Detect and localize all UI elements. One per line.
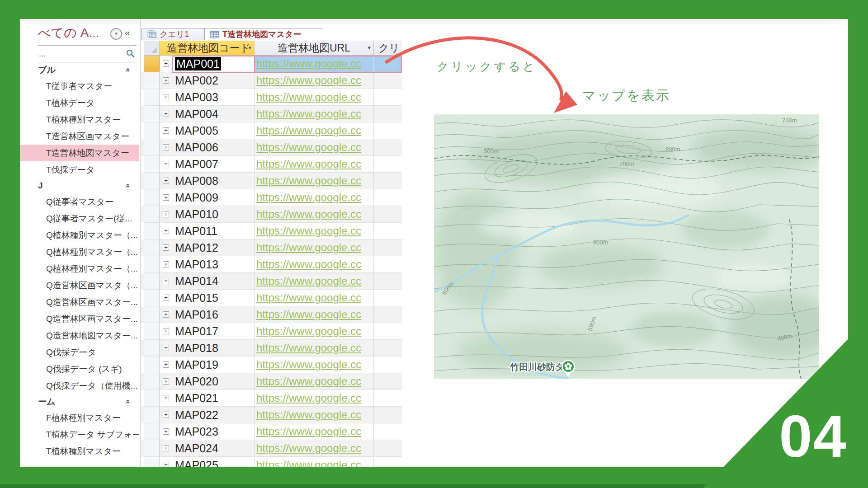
row-selector[interactable]: [144, 357, 160, 373]
expand-icon[interactable]: +: [163, 462, 169, 467]
column-dropdown-icon[interactable]: ▾: [368, 41, 371, 55]
table-row[interactable]: + MAP012 https://www.google.cc: [141, 239, 402, 256]
extra-cell[interactable]: [374, 440, 402, 457]
url-link[interactable]: https://www.google.cc: [256, 291, 361, 304]
row-selector[interactable]: [144, 457, 160, 467]
search-input[interactable]: [38, 46, 121, 62]
url-cell[interactable]: https://www.google.cc: [255, 223, 374, 239]
extra-cell[interactable]: [374, 206, 402, 223]
url-link[interactable]: https://www.google.cc: [256, 124, 361, 136]
row-selector[interactable]: [144, 156, 160, 173]
url-cell[interactable]: https://www.google.cc: [255, 206, 374, 223]
url-cell[interactable]: https://www.google.cc: [255, 139, 374, 156]
url-link[interactable]: https://www.google.cc: [256, 358, 361, 371]
nav-item[interactable]: Q伐採データ: [20, 344, 139, 361]
extra-cell[interactable]: [374, 189, 402, 206]
code-cell[interactable]: MAP014: [172, 273, 255, 290]
nav-item[interactable]: Q植林種別マスター（...: [20, 260, 139, 277]
url-link[interactable]: https://www.google.cc: [256, 91, 361, 103]
expand-icon[interactable]: +: [163, 161, 169, 167]
table-row-active[interactable]: + MAP001 https://www.google.cc: [141, 56, 402, 72]
extra-cell[interactable]: [374, 407, 402, 423]
tab-query1[interactable]: クエリ1: [142, 28, 205, 40]
expand-icon[interactable]: +: [163, 77, 169, 84]
nav-item[interactable]: Q伐採データ (スギ): [20, 361, 139, 377]
url-cell[interactable]: https://www.google.cc: [255, 407, 374, 423]
expand-icon[interactable]: +: [163, 345, 169, 351]
shutter-bar-close-icon[interactable]: «: [125, 27, 130, 38]
code-cell[interactable]: MAP011: [172, 223, 255, 239]
extra-cell[interactable]: [374, 423, 402, 440]
code-cell[interactable]: MAP003: [172, 89, 255, 106]
row-selector[interactable]: [144, 189, 160, 206]
extra-cell[interactable]: [374, 239, 402, 256]
extra-cell[interactable]: [374, 306, 402, 323]
code-cell[interactable]: MAP009: [172, 189, 255, 206]
expand-icon[interactable]: +: [163, 395, 169, 401]
nav-item[interactable]: Q伐採データ（使用機...: [20, 377, 139, 394]
row-selector[interactable]: [144, 89, 160, 106]
nav-item[interactable]: Q従事者マスター: [20, 193, 139, 210]
table-row[interactable]: + MAP003 https://www.google.cc: [141, 89, 402, 106]
url-link[interactable]: https://www.google.cc: [256, 108, 361, 120]
row-selector[interactable]: [144, 206, 160, 223]
extra-cell[interactable]: [374, 122, 402, 139]
expand-icon[interactable]: +: [163, 94, 169, 100]
table-row[interactable]: + MAP017 https://www.google.cc: [141, 323, 402, 340]
expand-icon[interactable]: +: [163, 228, 169, 234]
url-cell[interactable]: https://www.google.cc: [255, 256, 374, 273]
url-cell[interactable]: https://www.google.cc: [255, 357, 374, 373]
expand-icon[interactable]: +: [163, 412, 169, 418]
code-cell[interactable]: MAP006: [172, 139, 255, 156]
row-selector[interactable]: [144, 306, 160, 323]
row-selector[interactable]: [144, 273, 160, 290]
expand-icon[interactable]: +: [163, 278, 169, 284]
code-cell[interactable]: MAP008: [172, 173, 255, 189]
url-cell[interactable]: https://www.google.cc: [255, 189, 374, 206]
row-selector[interactable]: [144, 440, 160, 457]
table-row[interactable]: + MAP014 https://www.google.cc: [141, 273, 402, 290]
extra-cell[interactable]: [374, 390, 402, 407]
row-selector[interactable]: [144, 173, 160, 189]
extra-cell[interactable]: [374, 139, 402, 156]
row-selector[interactable]: [144, 407, 160, 423]
extra-cell[interactable]: [374, 373, 402, 390]
code-cell[interactable]: MAP023: [172, 423, 255, 440]
table-row[interactable]: + MAP025 https://www.google.cc: [141, 457, 402, 467]
code-cell[interactable]: MAP018: [172, 340, 255, 357]
nav-item[interactable]: Q植林種別マスター（...: [20, 244, 139, 260]
table-row[interactable]: + MAP019 https://www.google.cc: [141, 357, 402, 373]
url-cell[interactable]: https://www.google.cc: [255, 89, 374, 106]
table-row[interactable]: + MAP021 https://www.google.cc: [141, 390, 402, 407]
row-selector[interactable]: [144, 122, 160, 139]
code-cell[interactable]: MAP016: [172, 306, 255, 323]
url-cell[interactable]: https://www.google.cc: [255, 72, 374, 89]
nav-item[interactable]: T植林データ サブフォーム: [20, 426, 139, 443]
code-cell[interactable]: MAP019: [172, 357, 255, 373]
expand-icon[interactable]: +: [163, 178, 169, 184]
table-row[interactable]: + MAP024 https://www.google.cc: [141, 440, 402, 457]
expand-icon[interactable]: +: [163, 328, 169, 334]
table-row[interactable]: + MAP010 https://www.google.cc: [141, 206, 402, 223]
table-row[interactable]: + MAP016 https://www.google.cc: [141, 306, 402, 323]
code-cell[interactable]: MAP005: [172, 122, 255, 139]
row-selector[interactable]: [144, 239, 160, 256]
nav-item[interactable]: T植林データ: [20, 94, 139, 111]
url-link[interactable]: https://www.google.cc: [256, 141, 361, 153]
nav-item[interactable]: Q造営林地図マスター...: [20, 327, 139, 344]
extra-cell[interactable]: [374, 457, 402, 467]
expand-icon[interactable]: +: [163, 428, 169, 435]
url-link[interactable]: https://www.google.cc: [256, 74, 361, 86]
row-selector[interactable]: [144, 423, 160, 440]
nav-item[interactable]: T伐採データ: [20, 161, 139, 178]
expand-icon[interactable]: +: [163, 311, 169, 318]
nav-item[interactable]: T植林種別マスター: [20, 111, 139, 128]
table-row[interactable]: + MAP023 https://www.google.cc: [141, 423, 402, 440]
url-link[interactable]: https://www.google.cc: [256, 225, 361, 237]
table-row[interactable]: + MAP005 https://www.google.cc: [141, 122, 402, 139]
nav-item-selected[interactable]: T造営林地図マスター: [20, 145, 139, 161]
row-selector[interactable]: [144, 56, 160, 72]
filter-dropdown-icon[interactable]: ▾: [110, 28, 122, 40]
extra-cell[interactable]: [374, 357, 402, 373]
code-cell[interactable]: MAP024: [172, 440, 255, 457]
